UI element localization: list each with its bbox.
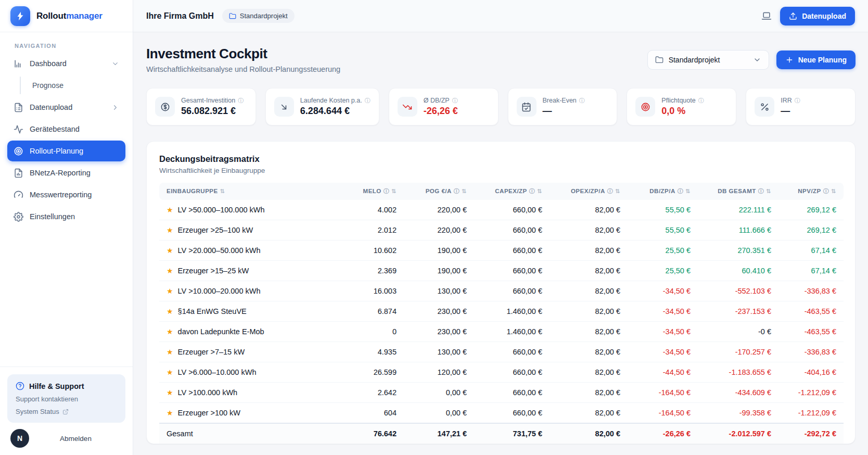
datenupload-button[interactable]: Datenupload: [780, 7, 855, 26]
info-icon[interactable]: ⓘ: [454, 188, 460, 194]
group-name: Erzeuger >25–100 kW: [178, 226, 253, 234]
sort-icon: ⇅: [615, 188, 620, 194]
column-header-melo[interactable]: MELOⓘ⇅: [341, 183, 404, 200]
neue-planung-button[interactable]: Neue Planung: [776, 50, 856, 69]
value-cell-opex-zp-a: 82,00 €: [550, 342, 628, 362]
value-cell-npv-zp: -404,16 €: [778, 362, 844, 383]
group-name: Gesamt: [167, 429, 193, 438]
main-area: Ihre Firma GmbH Standardprojekt Datenupl…: [133, 0, 868, 455]
einbaugruppe-cell: ★§14a EnWG SteuVE: [159, 301, 341, 322]
group-name: Erzeuger >100 kW: [178, 409, 241, 417]
info-icon[interactable]: ⓘ: [795, 98, 800, 104]
app-logo[interactable]: Rolloutmanager: [0, 0, 133, 32]
column-header-db-gesamt[interactable]: DB GESAMTⓘ⇅: [698, 183, 778, 200]
kpi-label: IRR: [781, 97, 792, 104]
project-badge[interactable]: Standardprojekt: [222, 9, 295, 23]
column-header-db-zp-a[interactable]: DB/ZP/Aⓘ⇅: [628, 183, 698, 200]
info-icon[interactable]: ⓘ: [238, 98, 244, 104]
table-row[interactable]: ★LV >6.000–10.000 kWh26.599120,00 €660,0…: [159, 362, 844, 383]
info-icon[interactable]: ⓘ: [698, 98, 704, 104]
star-icon[interactable]: ★: [167, 267, 173, 275]
project-select-value: Standardprojekt: [669, 56, 720, 64]
info-icon[interactable]: ⓘ: [365, 98, 371, 104]
group-name: §14a EnWG SteuVE: [178, 307, 247, 315]
star-icon[interactable]: ★: [167, 246, 173, 255]
group-name: LV >6.000–10.000 kWh: [178, 368, 257, 376]
column-header-capex-zp[interactable]: CAPEX/ZPⓘ⇅: [474, 183, 550, 200]
value-cell-opex-zp-a: 82,00 €: [550, 281, 628, 301]
avatar[interactable]: N: [10, 429, 29, 448]
star-icon[interactable]: ★: [167, 327, 173, 336]
sidebar-item-rollout-planung[interactable]: Rollout-Planung: [7, 141, 125, 161]
value-cell-capex-zp: 660,00 €: [474, 342, 550, 362]
sidebar-item-gerätebestand[interactable]: Gerätebestand: [7, 119, 125, 140]
table-row[interactable]: ★LV >10.000–20.000 kWh16.003130,00 €660,…: [159, 281, 844, 301]
matrix-total-row: Gesamt76.642147,21 €731,75 €82,00 €-26,2…: [159, 423, 844, 444]
sidebar-bottom: Hilfe & Support Support kontaktierenSyst…: [0, 366, 133, 455]
value-cell-db-zp-a: -26,26 €: [628, 423, 698, 444]
help-link-support-kontaktieren[interactable]: Support kontaktieren: [16, 395, 117, 403]
value-cell-opex-zp-a: 82,00 €: [550, 241, 628, 261]
column-label: NPV/ZP: [798, 188, 821, 194]
star-icon[interactable]: ★: [167, 307, 173, 315]
star-icon[interactable]: ★: [167, 206, 173, 214]
sort-icon: ⇅: [685, 188, 691, 194]
sidebar-subitem-prognose[interactable]: Prognose: [7, 75, 125, 96]
column-header-einbaugruppe[interactable]: EINBAUGRUPPE⇅: [159, 183, 341, 200]
table-row[interactable]: ★Erzeuger >25–100 kW2.012220,00 €660,00 …: [159, 220, 844, 241]
table-row[interactable]: ★Erzeuger >7–15 kW4.935130,00 €660,00 €8…: [159, 342, 844, 362]
info-icon[interactable]: ⓘ: [579, 98, 585, 104]
info-icon[interactable]: ⓘ: [823, 188, 829, 194]
brand-secondary: manager: [66, 11, 102, 21]
star-icon[interactable]: ★: [167, 388, 173, 397]
table-row[interactable]: ★LV >20.000–50.000 kWh10.602190,00 €660,…: [159, 241, 844, 261]
table-row[interactable]: ★Erzeuger >15–25 kW2.369190,00 €660,00 €…: [159, 261, 844, 281]
star-icon[interactable]: ★: [167, 226, 173, 234]
value-cell-db-zp-a: -34,50 €: [628, 322, 698, 342]
sort-icon: ⇅: [391, 188, 397, 194]
value-cell-db-zp-a: 55,50 €: [628, 200, 698, 220]
chevron-right-icon: [111, 104, 119, 111]
value-cell-npv-zp: -292,72 €: [778, 423, 844, 444]
star-icon[interactable]: ★: [167, 409, 173, 417]
einbaugruppe-cell: ★Erzeuger >25–100 kW: [159, 220, 341, 241]
column-header-npv-zp[interactable]: NPV/ZPⓘ⇅: [778, 183, 844, 200]
column-header-pog-a[interactable]: POG €/Aⓘ⇅: [404, 183, 474, 200]
value-cell-pog-a: 230,00 €: [404, 301, 474, 322]
help-card: Hilfe & Support Support kontaktierenSyst…: [7, 374, 125, 423]
info-icon[interactable]: ⓘ: [452, 98, 458, 104]
value-cell-opex-zp-a: 82,00 €: [550, 423, 628, 444]
device-laptop-icon[interactable]: [761, 11, 772, 21]
help-link-system-status[interactable]: System Status: [16, 408, 117, 415]
external-link-icon: [62, 409, 69, 415]
value-cell-db-zp-a: -164,50 €: [628, 403, 698, 424]
info-icon[interactable]: ⓘ: [529, 188, 535, 194]
info-icon[interactable]: ⓘ: [384, 188, 390, 194]
table-row[interactable]: ★Erzeuger >100 kW6040,00 €660,00 €82,00 …: [159, 403, 844, 424]
calendar-check-icon: [517, 97, 537, 117]
value-cell-db-gesamt: -237.153 €: [698, 301, 778, 322]
table-row[interactable]: ★LV >100.000 kWh2.6420,00 €660,00 €82,00…: [159, 383, 844, 403]
sidebar-item-dashboard[interactable]: Dashboard: [7, 53, 125, 74]
star-icon[interactable]: ★: [167, 368, 173, 376]
table-row[interactable]: ★§14a EnWG SteuVE6.874230,00 €1.460,00 €…: [159, 301, 844, 322]
sidebar-item-einstellungen[interactable]: Einstellungen: [7, 206, 125, 227]
info-icon[interactable]: ⓘ: [607, 188, 614, 194]
table-row[interactable]: ★davon Ladepunkte E-Mob0230,00 €1.460,00…: [159, 322, 844, 342]
app-root: Rolloutmanager NAVIGATION DashboardProgn…: [0, 0, 868, 455]
value-cell-npv-zp: -336,83 €: [778, 342, 844, 362]
info-icon[interactable]: ⓘ: [758, 188, 764, 194]
sidebar-item-bnetza-reporting[interactable]: BNetzA-Reporting: [7, 162, 125, 183]
sidebar-item-messwertreporting[interactable]: Messwertreporting: [7, 184, 125, 205]
star-icon[interactable]: ★: [167, 287, 173, 295]
info-icon[interactable]: ⓘ: [678, 188, 684, 194]
logout-button[interactable]: Abmelden: [29, 435, 122, 443]
table-row[interactable]: ★LV >50.000–100.000 kWh4.002220,00 €660,…: [159, 200, 844, 220]
value-cell-melo: 604: [341, 403, 404, 424]
project-select[interactable]: Standardprojekt: [647, 50, 769, 70]
value-cell-db-gesamt: 270.351 €: [698, 241, 778, 261]
sidebar-item-datenupload[interactable]: Datenupload: [7, 97, 125, 118]
star-icon[interactable]: ★: [167, 348, 173, 356]
sidebar-item-label: BNetzA-Reporting: [30, 169, 91, 177]
column-header-opex-zp-a[interactable]: OPEX/ZP/Aⓘ⇅: [550, 183, 628, 200]
